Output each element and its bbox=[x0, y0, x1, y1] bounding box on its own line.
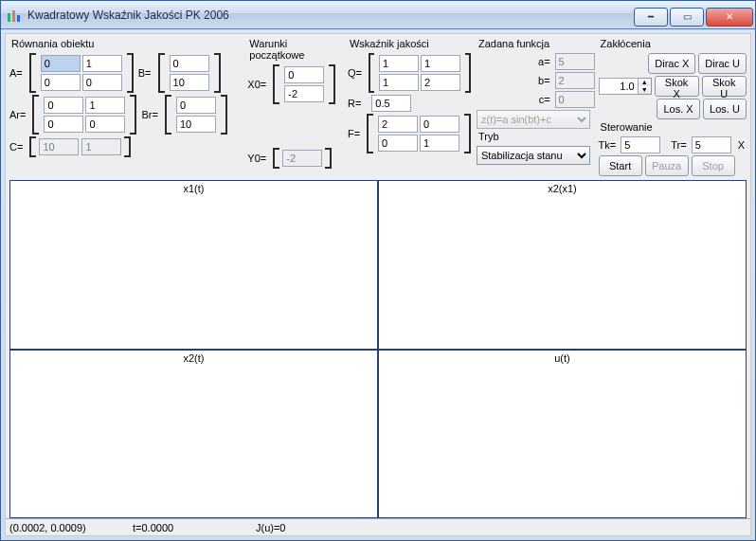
window-buttons: ━ ▭ ✕ bbox=[634, 4, 755, 27]
label-wskaznik: Wskaźnik jakości bbox=[348, 38, 473, 51]
spin-up[interactable]: ▲ bbox=[639, 79, 651, 86]
plot-title-x2x1: x2(x1) bbox=[379, 183, 746, 194]
select-formula: z(t)=a sin(bt)+c bbox=[477, 110, 590, 129]
plot-x2t: x2(t) bbox=[9, 350, 378, 519]
plot-x2x1: x2(x1) bbox=[378, 180, 747, 350]
plot-title-x2t: x2(t) bbox=[10, 352, 377, 364]
status-t: t=0.0000 bbox=[133, 522, 256, 533]
label-Tk: Tk= bbox=[599, 139, 617, 151]
input-Br-1[interactable] bbox=[176, 116, 216, 133]
titlebar: Kwadratowy Wskaźnik Jakości PK 2006 ━ ▭ … bbox=[1, 1, 755, 29]
input-A-11[interactable] bbox=[82, 74, 122, 91]
input-B-1[interactable] bbox=[170, 74, 209, 91]
label-b: b= bbox=[538, 75, 550, 86]
maximize-button[interactable]: ▭ bbox=[670, 8, 704, 27]
label-warunki: Warunki początkowe bbox=[247, 38, 344, 63]
group-warunki: Warunki początkowe X0= Y0= bbox=[247, 38, 344, 178]
label-sterowanie: Sterowanie bbox=[599, 121, 747, 135]
plot-x1t: x1(t) bbox=[9, 180, 378, 350]
input-Y0 bbox=[282, 150, 322, 167]
input-Tr[interactable] bbox=[692, 136, 731, 153]
input-Ar-00[interactable] bbox=[44, 97, 83, 114]
label-Y0: Y0= bbox=[247, 153, 266, 164]
input-A-01[interactable] bbox=[82, 55, 122, 72]
status-coords: (0.0002, 0.0009) bbox=[9, 522, 133, 533]
plot-title-x1t: x1(t) bbox=[10, 183, 377, 194]
label-Ar: Ar= bbox=[9, 109, 26, 120]
label-rownania: Równania obiektu bbox=[9, 38, 243, 51]
input-F-00[interactable] bbox=[378, 116, 418, 133]
window-title: Kwadratowy Wskaźnik Jakości PK 2006 bbox=[27, 9, 229, 22]
btn-stop: Stop bbox=[692, 155, 735, 176]
label-tryb: Tryb bbox=[477, 131, 595, 144]
plot-grid: x1(t) x2(x1) x2(t) u(t) bbox=[9, 180, 747, 518]
spin-skok-value[interactable]: ▲▼ bbox=[599, 78, 652, 95]
input-Ar-01[interactable] bbox=[85, 97, 125, 114]
btn-skok-u[interactable]: Skok U bbox=[702, 76, 747, 97]
label-R: R= bbox=[348, 98, 361, 109]
plot-title-ut: u(t) bbox=[379, 352, 746, 364]
btn-dirac-x[interactable]: Dirac X bbox=[648, 53, 695, 74]
app-icon bbox=[7, 8, 22, 23]
close-button[interactable]: ✕ bbox=[706, 8, 753, 27]
input-Br-0[interactable] bbox=[176, 97, 216, 114]
input-C-0 bbox=[39, 138, 79, 155]
label-B: B= bbox=[138, 67, 152, 79]
group-wskaznik: Wskaźnik jakości Q= R= bbox=[348, 38, 473, 178]
label-zadana: Zadana funkcja bbox=[477, 38, 595, 51]
btn-los-u[interactable]: Los. U bbox=[703, 99, 747, 119]
client-area: Równania obiektu A= B= bbox=[5, 33, 751, 536]
label-Q: Q= bbox=[348, 67, 362, 79]
input-A-10[interactable] bbox=[41, 74, 81, 91]
input-Q-11[interactable] bbox=[421, 74, 460, 91]
input-Ar-10[interactable] bbox=[44, 116, 83, 133]
minimize-button[interactable]: ━ bbox=[634, 8, 668, 27]
label-a: a= bbox=[538, 56, 550, 67]
svg-rect-2 bbox=[17, 15, 20, 22]
group-rownania: Równania obiektu A= B= bbox=[9, 38, 243, 178]
input-F-11[interactable] bbox=[420, 135, 459, 152]
spin-down[interactable]: ▼ bbox=[639, 86, 651, 94]
label-C: C= bbox=[9, 141, 23, 153]
label-zaklocenia: Zakłócenia bbox=[599, 38, 747, 51]
input-skok-value[interactable] bbox=[599, 78, 639, 95]
status-bar: (0.0002, 0.0009) t=0.0000 J(u)=0 bbox=[6, 518, 750, 535]
label-A: A= bbox=[9, 67, 23, 79]
input-F-10[interactable] bbox=[378, 135, 418, 152]
btn-skok-x[interactable]: Skok X bbox=[655, 76, 699, 97]
btn-start[interactable]: Start bbox=[599, 155, 642, 176]
btn-dirac-u[interactable]: Dirac U bbox=[698, 53, 747, 74]
controls-panel: Równania obiektu A= B= bbox=[6, 34, 750, 180]
input-A-00[interactable] bbox=[41, 55, 81, 72]
input-Q-10[interactable] bbox=[379, 74, 419, 91]
label-c: c= bbox=[539, 94, 550, 105]
input-X0-1[interactable] bbox=[284, 85, 324, 102]
input-B-0[interactable] bbox=[170, 55, 209, 72]
input-b bbox=[555, 72, 595, 89]
plot-ut: u(t) bbox=[378, 350, 747, 519]
input-Ar-11[interactable] bbox=[85, 116, 125, 133]
label-Br: Br= bbox=[141, 109, 157, 120]
svg-rect-0 bbox=[8, 13, 10, 22]
app-window: Kwadratowy Wskaźnik Jakości PK 2006 ━ ▭ … bbox=[0, 0, 756, 541]
svg-rect-1 bbox=[12, 10, 15, 22]
input-X0-0[interactable] bbox=[284, 66, 324, 83]
group-right: Zakłócenia Dirac X Dirac U ▲▼ Skok X Sko… bbox=[599, 38, 747, 178]
group-zadana: Zadana funkcja a= b= c= z(t)=a sin(bt)+c bbox=[477, 38, 595, 178]
label-F: F= bbox=[348, 128, 360, 139]
input-Tk[interactable] bbox=[621, 136, 660, 153]
label-X: X bbox=[738, 139, 745, 151]
select-tryb[interactable]: Stabilizacja stanu bbox=[477, 146, 590, 165]
btn-los-x[interactable]: Los. X bbox=[657, 99, 700, 119]
label-X0: X0= bbox=[247, 79, 266, 90]
label-Tr: Tr= bbox=[671, 139, 686, 151]
input-Q-01[interactable] bbox=[421, 55, 460, 72]
status-J: J(u)=0 bbox=[256, 522, 379, 533]
input-a bbox=[555, 53, 595, 70]
input-F-01[interactable] bbox=[420, 116, 459, 133]
input-C-1 bbox=[81, 138, 121, 155]
input-c bbox=[555, 91, 595, 108]
input-R[interactable] bbox=[371, 95, 411, 112]
btn-pauza: Pauza bbox=[645, 155, 689, 176]
input-Q-00[interactable] bbox=[379, 55, 419, 72]
